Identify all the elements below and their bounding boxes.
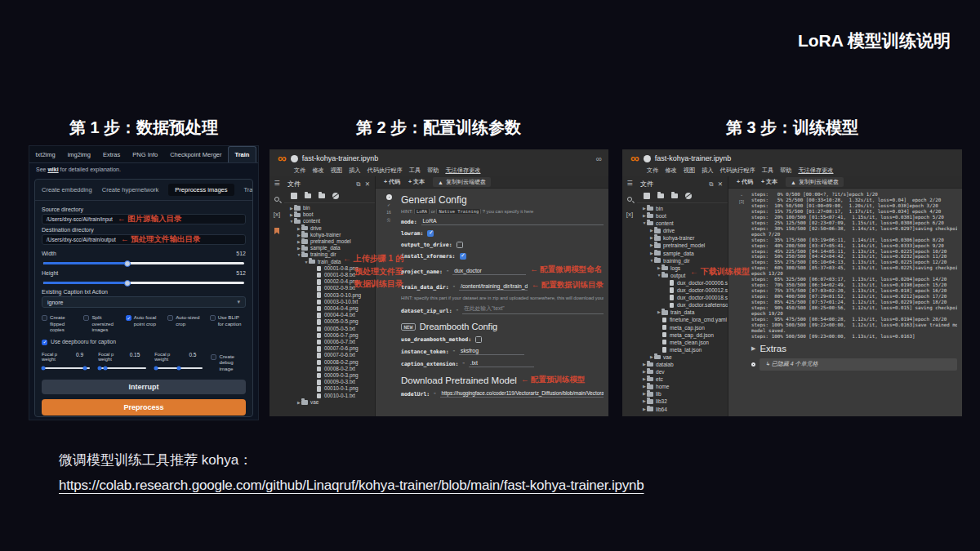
tree-item[interactable]: ▼training_dir [639,257,728,264]
subtab-preprocess-images[interactable]: Preprocess images [168,184,234,196]
slider-thumb[interactable] [41,367,45,371]
menu-view[interactable]: 视图 [331,167,342,175]
tree-item[interactable]: ▼content [639,220,728,227]
menu-insert[interactable]: 插入 [349,167,360,175]
expand-arrow-icon[interactable]: ▶ [751,345,755,352]
close-icon[interactable]: ✕ [718,180,723,188]
add-code-button[interactable]: + 代码 [384,178,400,186]
use-deepbooru-checkbox[interactable] [42,340,47,345]
tree-item[interactable]: ▶home [639,383,728,390]
tree-item[interactable]: ▶dev [639,368,728,375]
tree-item[interactable]: ▶lib64 [639,406,728,413]
tree-item[interactable]: 00004-0-4.png [286,305,375,312]
tree-item[interactable]: 00009-0-3.txt [286,379,375,385]
notebook-filename[interactable]: fast-kohya-trainer.ipynb [655,154,732,162]
new-file-icon[interactable] [644,193,650,199]
model-url-input[interactable]: https://huggingface.co/coder119/Vectorar… [440,390,604,398]
tree-item[interactable]: ▶boot [286,211,375,218]
output-to-drive-checkbox[interactable] [457,242,463,248]
tree-item[interactable]: ▶kohya-trainer [639,234,728,242]
subtab-train[interactable]: Train [244,186,253,193]
create-flipped-copies-checkbox[interactable] [42,315,47,321]
tree-item[interactable]: dux_doctor-000012.sa... [639,287,728,294]
tree-item[interactable]: ▶boot [639,212,728,220]
run-cell-button[interactable] [751,362,755,367]
save-status[interactable]: 无法保存更改 [798,167,833,175]
tree-item[interactable]: 00003-0-10.png [286,292,375,299]
menu-view[interactable]: 视图 [684,167,695,175]
open-in-tab-icon[interactable]: ⧉ [356,180,360,189]
use-dreambooth-checkbox[interactable] [475,336,482,343]
menu-file[interactable]: 文件 [294,167,305,175]
install-xformers-checkbox[interactable] [460,253,466,260]
menu-help[interactable]: 帮助 [780,167,791,175]
slider-thumb[interactable] [83,367,87,371]
add-text-button[interactable]: + 文本 [761,178,777,186]
open-in-tab-icon[interactable]: ⧉ [709,180,713,189]
tree-item[interactable]: 00006-0-7.txt [286,339,375,345]
search-icon[interactable] [274,197,279,202]
run-cell-button[interactable] [386,194,392,200]
auto-sized-crop-checkbox[interactable] [167,315,173,321]
colab-link[interactable]: https://colab.research.google.com/github… [59,478,644,494]
interrupt-button[interactable]: Interrupt [42,380,246,394]
add-code-button[interactable]: + 代码 [737,178,753,186]
new-folder-icon[interactable] [305,193,311,198]
menu-runtime[interactable]: 代码执行程序 [368,167,403,175]
lowram-checkbox[interactable] [427,230,434,237]
menu-edit[interactable]: 修改 [665,167,676,175]
menu-icon[interactable]: ☰ [626,180,632,187]
slider-thumb[interactable] [176,367,180,371]
focal-weight-slider[interactable] [98,367,146,369]
upload-icon[interactable] [318,193,325,198]
tree-item[interactable]: 00006-0-7.png [286,332,375,339]
add-text-button[interactable]: + 文本 [408,178,425,186]
caption-extension-input[interactable]: .txt [469,360,534,367]
menu-help[interactable]: 帮助 [427,167,439,175]
tree-item[interactable]: ▶datalab [639,361,728,368]
tree-item[interactable]: 00007-0-6.png [286,345,375,352]
tree-item[interactable]: ▶drive [286,225,375,232]
search-icon[interactable] [627,197,632,202]
tab-txt2img[interactable]: txt2img [29,146,61,162]
tab-img2img[interactable]: img2img [61,146,96,162]
tab-train[interactable]: Train [228,146,256,162]
preprocess-button[interactable]: Preprocess [42,399,246,415]
new-folder-icon[interactable] [657,193,664,198]
auto-focal-point-crop-checkbox[interactable] [126,315,131,321]
tree-item[interactable]: meta_cap.json [639,324,728,331]
tree-item[interactable]: ▶vae [639,353,728,361]
tree-item[interactable]: 00004-0-4.txt [286,312,375,318]
hide-icon[interactable] [685,193,692,199]
tree-item[interactable]: meta_clean.json [639,339,728,346]
tree-item[interactable]: ▶pretrained_model [286,238,375,245]
tree-item[interactable]: ▶vae [286,399,375,406]
tree-item[interactable]: 00005-0-5.txt [286,326,375,332]
slider-thumb[interactable] [124,260,131,267]
tree-item[interactable]: ▶train_data [639,309,728,316]
tree-item[interactable]: dux_doctor.safetensors [639,301,728,309]
tree-item[interactable]: 00010-0-1.png [286,385,375,392]
menu-insert[interactable]: 插入 [702,167,713,175]
focal-weight-slider[interactable] [42,367,90,369]
tree-item[interactable]: ▶pretrained_model [639,242,728,249]
slider-thumb[interactable] [97,367,101,371]
tab-png-info[interactable]: PNG Info [127,146,164,162]
menu-file[interactable]: 文件 [647,167,658,175]
use-blip-for-caption-checkbox[interactable] [210,315,216,321]
new-file-icon[interactable] [291,193,297,199]
variables-icon[interactable]: [x] [274,211,280,218]
copy-to-drive-button[interactable]: ▲复制到云端硬盘 [433,177,491,187]
create-debug-image-checkbox[interactable] [211,354,216,360]
tree-item[interactable]: 00010-0-1.txt [286,393,375,399]
tree-item[interactable]: ▶lib32 [639,398,728,405]
tab-interroga[interactable]: Interroga [256,146,258,162]
height-slider[interactable] [43,282,244,284]
tree-item[interactable]: dux_doctor-000018.sa... [639,294,728,301]
tree-item[interactable]: 00008-0-2.txt [286,366,375,372]
tree-item[interactable]: meta_cap_dd.json [639,331,728,339]
tree-item[interactable]: ▶sample_data [639,250,728,257]
menu-icon[interactable]: ☰ [274,180,279,187]
tree-item[interactable]: meta_lat.json [639,346,728,353]
tab-checkpoint-merger[interactable]: Checkpoint Merger [164,146,228,162]
